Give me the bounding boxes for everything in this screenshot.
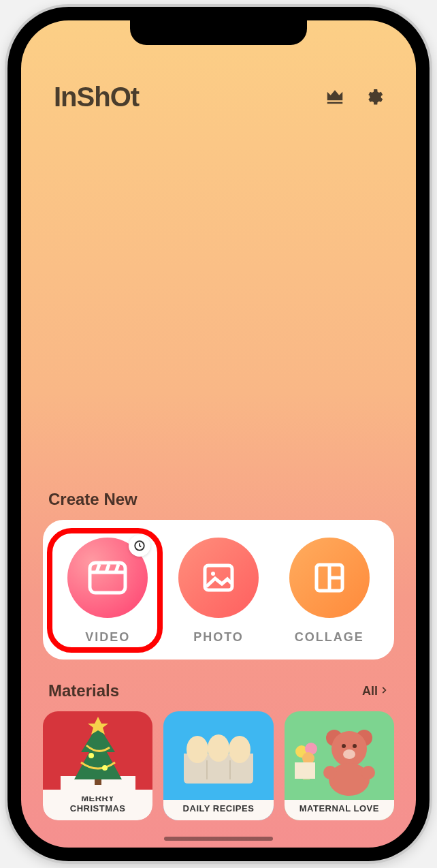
gear-icon[interactable] — [363, 86, 383, 109]
svg-point-25 — [331, 731, 367, 766]
materials-row: MERRY CHRISTMAS DA — [43, 711, 394, 820]
svg-point-20 — [187, 736, 208, 763]
header-actions — [325, 86, 383, 109]
material-maternal[interactable]: MATERNAL LOVE — [285, 711, 394, 820]
create-photo-label: PHOTO — [193, 630, 244, 645]
eggs-icon — [163, 711, 273, 800]
svg-point-31 — [361, 766, 375, 779]
svg-rect-16 — [95, 779, 101, 785]
phone-frame: InShOt Create New — [7, 7, 430, 861]
clock-icon — [129, 535, 150, 557]
photo-icon — [178, 538, 259, 618]
svg-marker-12 — [74, 725, 122, 779]
svg-point-14 — [88, 753, 94, 758]
create-new-card: VIDEO PHOTO — [43, 520, 394, 660]
crown-icon[interactable] — [325, 86, 345, 109]
svg-point-15 — [102, 765, 108, 771]
main-content: Create New — [21, 490, 416, 820]
svg-point-30 — [323, 766, 337, 779]
home-indicator[interactable] — [164, 837, 273, 841]
create-video-label: VIDEO — [85, 630, 130, 645]
svg-point-7 — [211, 572, 215, 576]
svg-point-21 — [208, 734, 229, 762]
app-screen: InShOt Create New — [21, 20, 416, 848]
create-new-title: Create New — [48, 490, 389, 509]
materials-title: Materials — [48, 681, 119, 700]
material-recipes-label: DAILY RECIPES — [163, 800, 273, 820]
create-photo-button[interactable]: PHOTO — [163, 538, 273, 645]
materials-header: Materials All — [48, 681, 389, 700]
phone-notch — [130, 20, 307, 45]
svg-point-22 — [229, 736, 250, 763]
app-logo: InShOt — [54, 82, 139, 112]
svg-rect-36 — [295, 762, 315, 779]
materials-all-label: All — [362, 684, 378, 698]
svg-point-27 — [353, 744, 357, 748]
video-icon — [67, 538, 148, 618]
christmas-tree-icon — [43, 711, 152, 800]
teddy-bear-icon — [285, 711, 394, 800]
svg-point-26 — [342, 744, 346, 748]
material-maternal-label: MATERNAL LOVE — [285, 800, 394, 820]
chevron-right-icon — [379, 684, 389, 698]
materials-all-link[interactable]: All — [362, 684, 389, 698]
collage-icon — [289, 538, 370, 618]
create-collage-label: COLLAGE — [295, 630, 364, 645]
material-christmas[interactable]: MERRY CHRISTMAS — [43, 711, 152, 820]
create-video-button[interactable]: VIDEO — [53, 538, 163, 645]
svg-point-28 — [343, 749, 355, 759]
material-recipes[interactable]: DAILY RECIPES — [163, 711, 273, 820]
create-collage-button[interactable]: COLLAGE — [274, 538, 384, 645]
